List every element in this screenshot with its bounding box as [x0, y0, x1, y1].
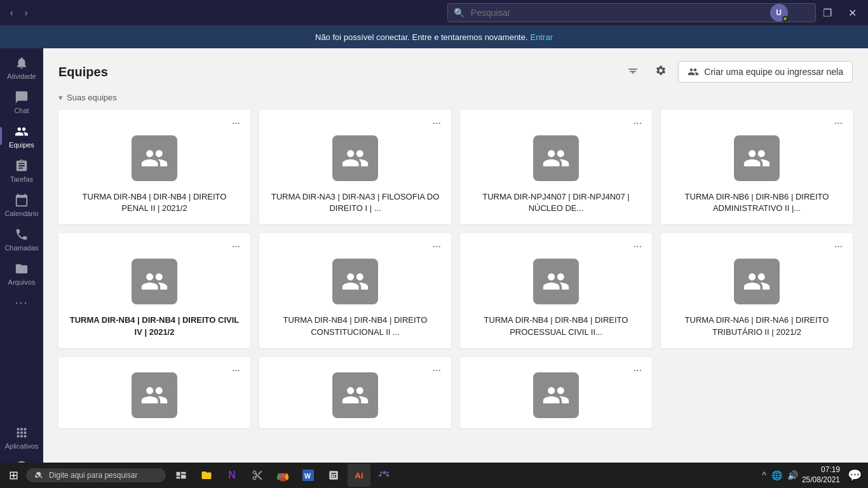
tray-volume-icon[interactable]: 🔊 — [787, 470, 798, 480]
sidebar-item-arquivos[interactable]: Arquivos — [0, 257, 43, 290]
team-card-11[interactable]: ··· — [460, 357, 652, 428]
team-card-name-4: TURMA DIR-NB6 | DIR-NB6 | DIREITO ADMINI… — [671, 191, 843, 214]
teams-grid-row1: ··· TURMA DIR-NB4 | DIR-NB4 | DIREITO PE… — [58, 110, 853, 224]
teams-icon — [15, 125, 29, 139]
chrome-icon — [276, 469, 289, 482]
taskbar-calculator[interactable] — [322, 464, 345, 487]
sidebar-item-atividade[interactable]: Atividade — [0, 51, 43, 84]
tray-network-icon[interactable]: 🌐 — [771, 470, 782, 480]
taskbar-tray: ^ 🌐 🔊 07:19 25/08/2021 💬 — [762, 465, 865, 485]
task-view-icon — [175, 470, 187, 481]
bell-icon — [15, 56, 29, 70]
taskbar-task-view[interactable] — [170, 464, 193, 487]
chat-icon — [15, 90, 29, 104]
team-menu-button-1[interactable]: ··· — [228, 116, 244, 130]
sidebar-label: Chamadas — [4, 244, 38, 252]
team-icon-5 — [132, 259, 177, 304]
sidebar-item-equipes[interactable]: Equipes — [0, 119, 43, 152]
svg-point-3 — [383, 471, 386, 474]
team-card-4[interactable]: ··· TURMA DIR-NB6 | DIR-NB6 | DIREITO AD… — [661, 110, 853, 224]
team-icon-4 — [734, 135, 780, 181]
maximize-button[interactable]: ❐ — [818, 4, 837, 22]
team-card-name-3: TURMA DIR-NPJ4N07 | DIR-NPJ4N07 | NÚCLEO… — [470, 191, 642, 214]
search-input[interactable] — [447, 3, 816, 22]
calculator-icon — [328, 470, 339, 481]
team-card-7[interactable]: ··· TURMA DIR-NB4 | DIR-NB4 | DIREITO PR… — [460, 233, 652, 348]
close-button[interactable]: ✕ — [843, 4, 862, 22]
taskbar-snip[interactable] — [246, 464, 269, 487]
sidebar-item-chat[interactable]: Chat — [0, 85, 43, 118]
team-people-icon — [542, 144, 570, 172]
back-button[interactable]: ‹ — [6, 5, 17, 20]
team-card-9[interactable]: ··· — [58, 357, 250, 428]
team-menu-button-10[interactable]: ··· — [429, 363, 445, 377]
title-bar-nav: ‹ › — [6, 5, 31, 20]
team-card-2[interactable]: ··· TURMA DIR-NA3 | DIR-NA3 | FILOSOFIA … — [259, 110, 451, 224]
taskbar-ai-app[interactable]: Ai — [348, 464, 370, 487]
add-team-icon — [688, 66, 699, 78]
team-menu-button-11[interactable]: ··· — [630, 363, 646, 377]
team-card-name-7: TURMA DIR-NB4 | DIR-NB4 | DIREITO PROCES… — [470, 315, 642, 337]
sidebar-item-tarefas[interactable]: Tarefas — [0, 154, 43, 187]
header-actions: Criar uma equipe ou ingressar nela — [622, 61, 853, 83]
banner-link[interactable]: Entrar — [531, 32, 553, 42]
sidebar-label: Tarefas — [10, 175, 33, 183]
avatar-button[interactable]: U — [770, 4, 788, 22]
sidebar-item-aplicativos[interactable]: Aplicativos — [0, 421, 43, 454]
team-menu-button-6[interactable]: ··· — [429, 240, 445, 254]
team-card-1[interactable]: ··· TURMA DIR-NB4 | DIR-NB4 | DIREITO PE… — [58, 110, 250, 224]
filter-icon — [627, 65, 639, 76]
taskbar-search[interactable]: Digite aqui para pesquisar — [26, 468, 166, 482]
team-card-6[interactable]: ··· TURMA DIR-NB4 | DIR-NB4 | DIREITO CO… — [259, 233, 451, 348]
team-icon-1 — [132, 135, 177, 181]
taskbar-apps: N W — [170, 464, 396, 487]
forward-button[interactable]: › — [21, 5, 32, 20]
sidebar-item-chamadas[interactable]: Chamadas — [0, 222, 43, 255]
team-menu-button-5[interactable]: ··· — [228, 240, 244, 254]
team-menu-button-7[interactable]: ··· — [630, 240, 646, 254]
phone-icon — [15, 227, 29, 241]
sidebar-label: Equipes — [9, 141, 34, 149]
team-menu-button-3[interactable]: ··· — [630, 116, 646, 130]
create-team-button[interactable]: Criar uma equipe ou ingressar nela — [678, 61, 853, 83]
sidebar-label: Calendário — [4, 210, 38, 217]
tray-arrow-icon[interactable]: ^ — [762, 470, 766, 480]
start-button[interactable]: ⊞ — [3, 466, 25, 485]
taskbar: ⊞ Digite aqui para pesquisar N — [0, 463, 868, 488]
sidebar-label: Atividade — [7, 72, 36, 80]
page-title: Equipes — [58, 65, 108, 79]
sidebar: Atividade Chat Equipes Tarefas Calendári… — [0, 48, 43, 488]
team-icon-6 — [332, 259, 378, 304]
team-icon-11 — [533, 372, 579, 418]
title-bar: ‹ › 🔍 ··· U ─ ❐ ✕ — [0, 0, 868, 25]
team-card-8[interactable]: ··· TURMA DIR-NA6 | DIR-NA6 | DIREITO TR… — [661, 233, 853, 348]
search-icon: 🔍 — [454, 8, 465, 18]
search-bar[interactable]: 🔍 — [447, 3, 816, 22]
filter-button[interactable] — [622, 62, 644, 82]
team-card-10[interactable]: ··· — [259, 357, 451, 428]
taskbar-file-explorer[interactable] — [195, 464, 218, 487]
taskbar-teams[interactable] — [373, 464, 396, 487]
team-people-icon — [341, 144, 369, 172]
files-icon — [15, 262, 29, 276]
team-card-3[interactable]: ··· TURMA DIR-NPJ4N07 | DIR-NPJ4N07 | NÚ… — [460, 110, 652, 224]
team-menu-button-9[interactable]: ··· — [228, 363, 244, 377]
sidebar-item-calendario[interactable]: Calendário — [0, 188, 43, 221]
sidebar-item-more[interactable]: ··· — [0, 291, 43, 313]
team-people-icon — [743, 268, 771, 295]
team-menu-button-2[interactable]: ··· — [429, 116, 445, 130]
taskbar-datetime[interactable]: 07:19 25/08/2021 — [802, 465, 840, 485]
settings-button[interactable] — [650, 62, 672, 82]
taskbar-onenote[interactable]: N — [220, 464, 243, 487]
team-people-icon — [743, 144, 771, 172]
taskbar-word[interactable]: W — [297, 464, 320, 487]
taskbar-chrome[interactable] — [271, 464, 294, 487]
notification-button[interactable]: 💬 — [844, 468, 865, 482]
team-menu-button-4[interactable]: ··· — [831, 116, 846, 130]
team-people-icon — [542, 381, 570, 409]
team-card-5[interactable]: ··· TURMA DIR-NB4 | DIR-NB4 | DIREITO CI… — [58, 233, 250, 348]
team-menu-button-8[interactable]: ··· — [831, 240, 846, 254]
gear-icon — [655, 65, 667, 76]
create-team-label: Criar uma equipe ou ingressar nela — [704, 67, 843, 77]
team-icon-9 — [132, 372, 177, 418]
